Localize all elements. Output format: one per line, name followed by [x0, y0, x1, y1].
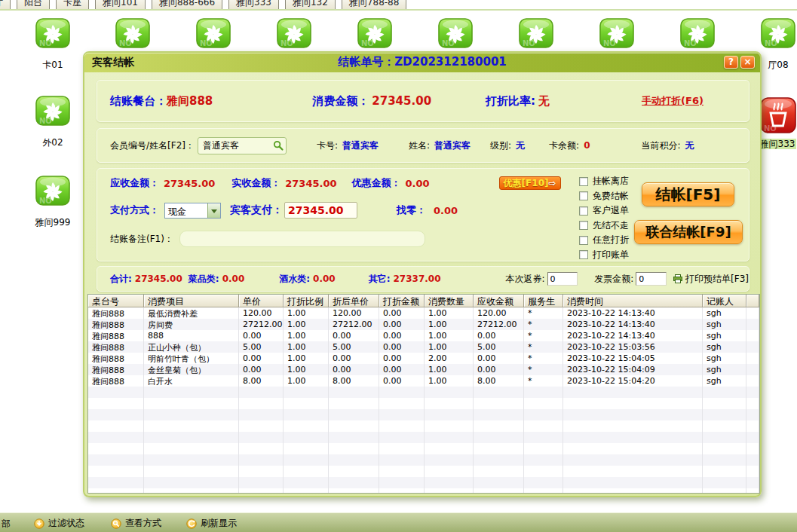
- table-row[interactable]: 雅间888金丝皇菊（包）0.001.000.000.001.000.00*202…: [88, 364, 759, 375]
- invoice-input[interactable]: 0: [636, 272, 667, 286]
- checkbox-icon[interactable]: [579, 191, 588, 200]
- grid-column-header[interactable]: 记账人: [703, 295, 746, 307]
- grid-column-header[interactable]: 服务生: [524, 295, 563, 307]
- grid-cell: [524, 398, 563, 409]
- table-row[interactable]: 雅间888明前竹叶青（包）0.001.000.000.002.000.00*20…: [88, 353, 759, 364]
- grid-cell: [703, 387, 746, 398]
- grid-cell: [703, 466, 746, 477]
- table-row[interactable]: 雅间888白开水8.001.008.000.001.008.00*2023-10…: [88, 375, 759, 387]
- grid-column-header[interactable]: 打折金额: [379, 295, 425, 307]
- grid-cell-filler: [746, 477, 759, 488]
- table-row[interactable]: 雅间888最低消费补差120.001.00120.000.001.00120.0…: [88, 307, 759, 319]
- grid-column-header[interactable]: 打折比例: [284, 295, 329, 307]
- table-station-busy[interactable]: NO: [760, 97, 796, 133]
- grid-cell-filler: [746, 398, 759, 409]
- help-button[interactable]: ?: [724, 56, 738, 69]
- table-station[interactable]: NO: [519, 18, 555, 54]
- checkbox-icon[interactable]: [579, 236, 588, 245]
- grid-cell: [239, 454, 284, 466]
- grid-cell: [474, 387, 524, 398]
- floor-tab[interactable]: 雅间101: [95, 0, 146, 11]
- table-station[interactable]: NO: [761, 18, 797, 54]
- floor-tab[interactable]: 雅间788-88: [342, 0, 407, 11]
- table-station[interactable]: NO: [357, 18, 394, 54]
- joint-settle-button[interactable]: 联合结帐[F9]: [634, 220, 743, 244]
- grid-cell: [474, 488, 524, 494]
- grid-cell: 1.00: [284, 319, 329, 330]
- grid-cell: [88, 420, 144, 432]
- print-pre-bill-link[interactable]: 打印预结单[F3]: [673, 273, 749, 286]
- grid-cell: [284, 387, 329, 398]
- table-row[interactable]: 雅间8888880.001.000.000.001.000.00*2023-10…: [88, 330, 759, 341]
- floor-tab[interactable]: 雅间888-666: [152, 0, 222, 11]
- table-station[interactable]: NO: [680, 18, 716, 54]
- grid-cell: 0.00: [329, 330, 379, 341]
- floor-tab[interactable]: 卡座: [56, 0, 89, 11]
- table-station[interactable]: NO: [277, 18, 313, 54]
- floor-tab[interactable]: 大厅: [0, 0, 11, 11]
- table-row-empty: [88, 466, 759, 477]
- checkbox-option[interactable]: 免费结帐: [579, 190, 629, 203]
- checkbox-icon[interactable]: [579, 177, 588, 186]
- statusbar-filter[interactable]: 过滤状态: [34, 517, 84, 530]
- invoice-label: 发票金额:: [594, 273, 633, 286]
- checkbox-option[interactable]: 先结不走: [579, 219, 629, 232]
- table-row[interactable]: 雅间888正山小种（包）5.001.005.000.001.005.00*202…: [88, 341, 759, 353]
- settle-button[interactable]: 结帐[F5]: [642, 182, 734, 206]
- table-station[interactable]: NO: [196, 18, 232, 54]
- floor-tab[interactable]: 雅间333: [228, 0, 279, 11]
- grid-cell: *: [524, 330, 563, 341]
- total-label: 合计:: [110, 273, 132, 286]
- search-icon[interactable]: [273, 140, 284, 151]
- checkbox-option[interactable]: 挂帐离店: [579, 175, 629, 188]
- table-station[interactable]: NO: [438, 18, 474, 54]
- table-station[interactable]: NO: [35, 96, 72, 132]
- table-free-icon: NO: [35, 18, 70, 48]
- grid-cell: [88, 466, 144, 477]
- checkbox-option[interactable]: 任意打折: [579, 234, 629, 246]
- table-station[interactable]: NO: [115, 18, 152, 54]
- floor-tab[interactable]: 阳台: [17, 0, 50, 11]
- grid-column-header[interactable]: 桌台号: [88, 295, 144, 307]
- table-row-empty: [88, 454, 759, 466]
- grid-cell: [88, 432, 144, 443]
- statusbar-refresh[interactable]: 刷新显示: [186, 517, 237, 530]
- grid-cell: 白开水: [144, 375, 239, 387]
- checkbox-icon[interactable]: [579, 206, 588, 216]
- table-station[interactable]: NO: [599, 18, 636, 54]
- app-screen: 大厅阳台卡座雅间101雅间888-666雅间333雅间132雅间788-88 N…: [0, 0, 797, 532]
- grid-cell: 房间费: [144, 319, 239, 330]
- other-value: 27337.00: [393, 274, 440, 284]
- grid-cell: [88, 409, 144, 420]
- close-icon[interactable]: ×: [740, 56, 755, 69]
- grid-cell: 雅间888: [88, 330, 144, 341]
- grid-column-header[interactable]: 消费时间: [563, 295, 703, 307]
- checkbox-option[interactable]: 打印账单: [579, 249, 629, 261]
- discount-rate-value: 无: [538, 94, 550, 109]
- grid-column-header[interactable]: 消费数量: [425, 295, 474, 307]
- grid-column-header[interactable]: 单价: [239, 295, 284, 307]
- checkbox-icon[interactable]: [579, 250, 588, 259]
- table-station[interactable]: NO: [35, 18, 72, 54]
- checkbox-icon[interactable]: [579, 221, 588, 230]
- floor-tab[interactable]: 雅间132: [285, 0, 336, 11]
- table-row[interactable]: 雅间888房间费27212.001.0027212.000.001.002721…: [88, 319, 759, 330]
- manual-discount-link[interactable]: 手动打折(F6): [642, 94, 704, 108]
- table-row-empty: [88, 432, 759, 443]
- floor-tab-bar: 大厅阳台卡座雅间101雅间888-666雅间333雅间132雅间788-88: [0, 0, 797, 11]
- statusbar-view[interactable]: 查看方式: [111, 517, 161, 530]
- grid-cell: 雅间888: [88, 375, 144, 387]
- grid-column-header[interactable]: 消费项目: [144, 295, 239, 307]
- table-busy-icon: NO: [760, 97, 796, 133]
- member-search-input[interactable]: 普通宾客: [198, 137, 287, 154]
- grid-cell: [563, 420, 703, 432]
- checkbox-option[interactable]: 客户退单: [579, 204, 629, 217]
- grid-column-header[interactable]: 应收金额: [474, 295, 524, 307]
- grid-cell: [329, 466, 379, 477]
- coupon-return-input[interactable]: 0: [547, 272, 578, 286]
- table-free-icon: NO: [519, 18, 553, 48]
- table-station[interactable]: NO: [35, 176, 72, 212]
- grid-column-header[interactable]: 折后单价: [329, 295, 379, 307]
- station-label: 雅间999: [19, 216, 87, 229]
- grid-cell: [524, 488, 563, 494]
